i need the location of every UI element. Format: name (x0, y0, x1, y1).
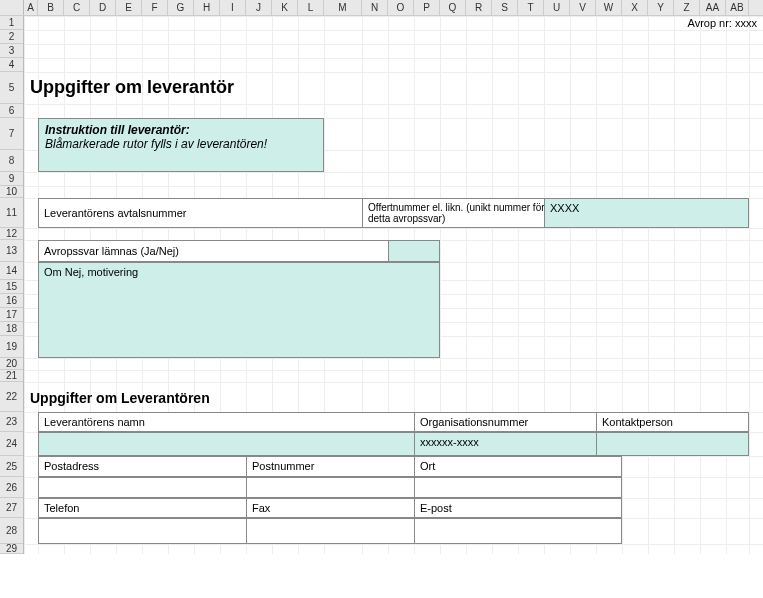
row-headers-col: 1234567891011121314151617181920212223242… (0, 16, 24, 554)
org-number-input[interactable]: xxxxxx-xxxx (414, 432, 622, 456)
row-header-1[interactable]: 1 (0, 16, 23, 30)
section-supplier-title: Uppgifter om Leverantören (30, 390, 210, 406)
fax-label: Fax (246, 498, 440, 518)
supplier-name-input[interactable] (38, 432, 440, 456)
col-header-T[interactable]: T (518, 0, 544, 15)
row-header-18[interactable]: 18 (0, 322, 23, 336)
motivation-input[interactable]: Om Nej, motivering (38, 262, 440, 358)
row-header-8[interactable]: 8 (0, 150, 23, 172)
contact-person-label: Kontaktperson (596, 412, 749, 432)
phone-label: Telefon (38, 498, 272, 518)
avrop-number: Avrop nr: xxxx (688, 17, 758, 29)
row-header-16[interactable]: 16 (0, 294, 23, 308)
col-header-Q[interactable]: Q (440, 0, 466, 15)
row-header-7[interactable]: 7 (0, 118, 23, 150)
col-header-K[interactable]: K (272, 0, 298, 15)
col-header-P[interactable]: P (414, 0, 440, 15)
row-header-11[interactable]: 11 (0, 198, 23, 228)
col-header-G[interactable]: G (168, 0, 194, 15)
row-header-6[interactable]: 6 (0, 104, 23, 118)
row-header-26[interactable]: 26 (0, 477, 23, 498)
row-header-13[interactable]: 13 (0, 240, 23, 262)
col-header-C[interactable]: C (64, 0, 90, 15)
col-header-V[interactable]: V (570, 0, 596, 15)
postcode-label: Postnummer (246, 456, 440, 477)
col-header-Z[interactable]: Z (674, 0, 700, 15)
org-number-label: Organisationsnummer (414, 412, 622, 432)
row-header-29[interactable]: 29 (0, 544, 23, 554)
row-header-22[interactable]: 22 (0, 382, 23, 412)
row-header-14[interactable]: 14 (0, 262, 23, 280)
spreadsheet[interactable]: ABCDEFGHIJKLMNOPQRSTUVWXYZAAAB 123456789… (0, 0, 763, 554)
row-header-21[interactable]: 21 (0, 370, 23, 382)
response-given-label: Avropssvar lämnas (Ja/Nej) (38, 240, 414, 262)
instruction-text: Blåmarkerade rutor fylls i av leverantör… (45, 137, 267, 151)
response-given-input[interactable] (388, 240, 440, 262)
col-header-U[interactable]: U (544, 0, 570, 15)
row-header-23[interactable]: 23 (0, 412, 23, 432)
column-headers-row: ABCDEFGHIJKLMNOPQRSTUVWXYZAAAB (0, 0, 763, 16)
row-header-19[interactable]: 19 (0, 336, 23, 358)
col-header-R[interactable]: R (466, 0, 492, 15)
col-header-S[interactable]: S (492, 0, 518, 15)
grid-area[interactable]: Avrop nr: xxxx Uppgifter om leverantör I… (24, 16, 763, 554)
city-input[interactable] (414, 477, 622, 498)
email-label: E-post (414, 498, 622, 518)
supplier-name-label: Leverantörens namn (38, 412, 440, 432)
col-header-H[interactable]: H (194, 0, 220, 15)
select-all-corner[interactable] (0, 0, 24, 15)
contact-person-input[interactable] (596, 432, 749, 456)
col-header-X[interactable]: X (622, 0, 648, 15)
offer-number-input[interactable]: XXXX (544, 198, 749, 228)
page-title: Uppgifter om leverantör (30, 77, 234, 98)
row-header-2[interactable]: 2 (0, 30, 23, 44)
instruction-title: Instruktion till leverantör: (45, 123, 190, 137)
contract-number-label: Leverantörens avtalsnummer (38, 198, 388, 228)
address-label: Postadress (38, 456, 272, 477)
offer-number-label: Offertnummer el. likn. (unikt nummer för… (362, 198, 570, 228)
fax-input[interactable] (246, 518, 440, 544)
col-header-D[interactable]: D (90, 0, 116, 15)
col-header-E[interactable]: E (116, 0, 142, 15)
col-header-I[interactable]: I (220, 0, 246, 15)
row-header-27[interactable]: 27 (0, 498, 23, 518)
col-header-N[interactable]: N (362, 0, 388, 15)
address-input[interactable] (38, 477, 272, 498)
col-header-J[interactable]: J (246, 0, 272, 15)
row-header-15[interactable]: 15 (0, 280, 23, 294)
col-header-F[interactable]: F (142, 0, 168, 15)
col-header-AA[interactable]: AA (700, 0, 726, 15)
postcode-input[interactable] (246, 477, 440, 498)
row-header-17[interactable]: 17 (0, 308, 23, 322)
city-label: Ort (414, 456, 622, 477)
instruction-box: Instruktion till leverantör: Blåmarkerad… (38, 118, 324, 172)
col-header-Y[interactable]: Y (648, 0, 674, 15)
email-input[interactable] (414, 518, 622, 544)
row-header-12[interactable]: 12 (0, 228, 23, 240)
row-header-20[interactable]: 20 (0, 358, 23, 370)
col-header-W[interactable]: W (596, 0, 622, 15)
row-header-10[interactable]: 10 (0, 186, 23, 198)
col-header-AB[interactable]: AB (726, 0, 749, 15)
col-header-O[interactable]: O (388, 0, 414, 15)
row-header-9[interactable]: 9 (0, 172, 23, 186)
row-header-3[interactable]: 3 (0, 44, 23, 58)
col-header-A[interactable]: A (24, 0, 38, 15)
row-header-4[interactable]: 4 (0, 58, 23, 72)
row-header-25[interactable]: 25 (0, 456, 23, 477)
col-header-M[interactable]: M (324, 0, 362, 15)
col-header-L[interactable]: L (298, 0, 324, 15)
row-header-28[interactable]: 28 (0, 518, 23, 544)
col-header-B[interactable]: B (38, 0, 64, 15)
phone-input[interactable] (38, 518, 272, 544)
row-header-5[interactable]: 5 (0, 72, 23, 104)
row-header-24[interactable]: 24 (0, 432, 23, 456)
